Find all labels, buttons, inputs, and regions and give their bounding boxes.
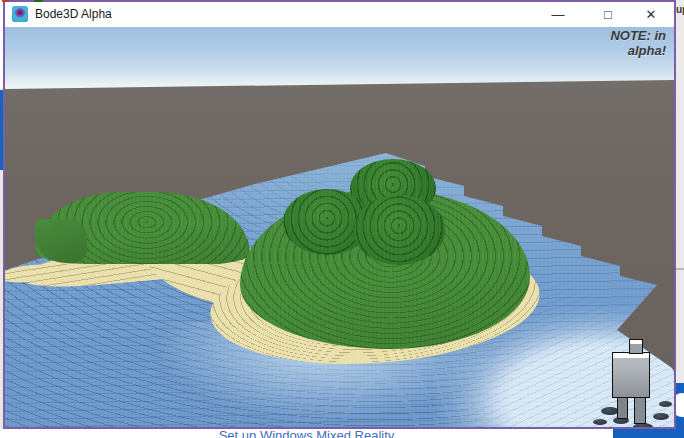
cortana-circle-icon [676, 393, 684, 417]
clipped-text-behind-window: up [676, 4, 684, 15]
mixed-reality-setup-link[interactable]: Set up Windows Mixed Reality [0, 429, 613, 438]
stone [653, 413, 669, 420]
divider-line-behind-window [676, 268, 684, 270]
alpha-note-line2: alpha! [610, 43, 666, 58]
robot-head [629, 339, 643, 354]
robot-body [612, 352, 650, 398]
stone [659, 401, 672, 407]
maximize-button[interactable]: □ [590, 2, 626, 27]
bottom-desktop-sliver: Set up Windows Mixed Reality [0, 429, 684, 438]
alpha-note-overlay: NOTE: in alpha! [610, 28, 666, 58]
robot-leg-right [634, 397, 646, 424]
close-button[interactable]: ✕ [633, 2, 669, 27]
background-red-pixel-notch [2, 0, 9, 2]
taskbar-blue-strip [613, 429, 684, 438]
game-viewport[interactable]: NOTE: in alpha! [5, 27, 674, 427]
app-window: Bode3D Alpha — □ ✕ [3, 0, 676, 429]
background-green-pixel-notch [34, 0, 43, 2]
app-icon[interactable] [12, 6, 28, 22]
robot-avatar [605, 337, 674, 427]
right-desktop-sliver: up [676, 0, 684, 438]
window-title: Bode3D Alpha [35, 7, 112, 21]
titlebar[interactable]: Bode3D Alpha — □ ✕ [5, 2, 674, 27]
minimize-button[interactable]: — [540, 2, 576, 27]
robot-leg-left [617, 397, 628, 419]
alpha-note-line1: NOTE: in [610, 28, 666, 43]
stone [593, 419, 607, 425]
desktop-screenshot: up Set up Windows Mixed Reality Bode3D A… [0, 0, 684, 438]
tree-canopy-right [353, 195, 445, 265]
